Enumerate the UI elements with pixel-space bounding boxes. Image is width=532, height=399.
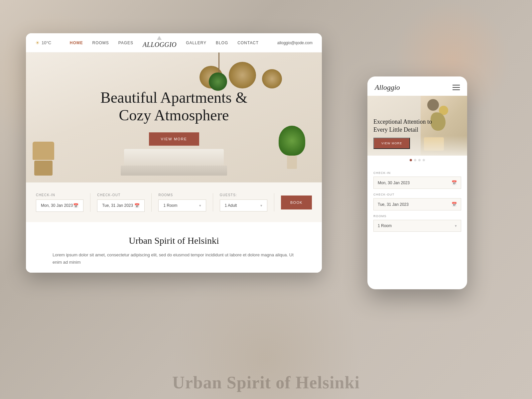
dot-2[interactable]	[414, 159, 416, 161]
checkin-label: CHECK-IN	[36, 193, 83, 197]
dot-3[interactable]	[418, 159, 421, 161]
hamburger-menu-button[interactable]	[453, 85, 460, 90]
mobile-hero-title: Exceptional Attention to Every Little De…	[373, 118, 461, 134]
hero-cta-button[interactable]: VIEW MORE	[149, 132, 199, 146]
hamburger-line-2	[453, 87, 460, 88]
checkin-value: Mon, 30 Jan 2023	[41, 203, 73, 208]
mobile-chevron-icon: ▾	[455, 224, 457, 228]
logo-triangle-icon	[157, 36, 162, 40]
mobile-rooms-select[interactable]: 1 Room ▾	[373, 220, 461, 232]
background-text: Urban Spirit of Helsinki	[0, 373, 532, 392]
carousel-dots	[367, 156, 467, 164]
checkout-value: Tue, 31 Jan 2023	[102, 203, 133, 208]
hanging-plant	[209, 53, 229, 91]
nav-home[interactable]: HOME	[70, 41, 83, 45]
topbar-email: alloggio@qode.com	[277, 41, 313, 45]
mobile-hero-cta-button[interactable]: VIEW MORE	[373, 138, 410, 149]
desktop-topbar: ☀ 10°C HOME ROOMS PAGES Alloggio GALLERY…	[26, 33, 322, 53]
hamburger-line-3	[453, 89, 460, 90]
mobile-booking-form: CHECK-IN Mon, 30 Jan 2023 📅 CHECK-OUT Tu…	[367, 164, 467, 235]
topbar-weather: ☀ 10°C	[35, 40, 51, 46]
nav-gallery[interactable]: GALLERY	[186, 41, 206, 45]
desktop-mockup: ☀ 10°C HOME ROOMS PAGES Alloggio GALLERY…	[26, 33, 322, 273]
desktop-body: Urban Spirit of Helsinki Lorem ipsum dol…	[26, 222, 322, 273]
mobile-hero-content: Exceptional Attention to Every Little De…	[373, 118, 461, 149]
hero-title-line1: Beautiful Apartments &	[100, 89, 247, 106]
mobile-calendar-icon-1: 📅	[452, 180, 457, 185]
guests-field: GUESTS: 1 Adult ▾	[213, 193, 274, 211]
dot-4[interactable]	[423, 159, 425, 161]
mobile-hero-title-line2: Every Little Detail	[373, 126, 418, 133]
temperature-display: 10°C	[42, 40, 51, 45]
mobile-rooms-value: 1 Room	[378, 223, 392, 228]
mobile-header: Alloggio	[367, 76, 467, 96]
mobile-rooms-label: ROOMS	[373, 214, 461, 218]
calendar-icon-checkin: 📅	[73, 203, 78, 208]
checkin-field: CHECK-IN Mon, 30 Jan 2023 📅	[36, 193, 90, 212]
mobile-logo[interactable]: Alloggio	[375, 83, 400, 92]
basket-icon-2	[229, 62, 256, 88]
floor-plant	[279, 126, 305, 169]
mobile-checkin-input[interactable]: Mon, 30 Jan 2023 📅	[373, 177, 461, 189]
sun-icon: ☀	[35, 40, 40, 46]
checkout-input[interactable]: Tue, 31 Jan 2023 📅	[97, 200, 145, 212]
rooms-label: ROOMS	[158, 193, 206, 197]
guests-select[interactable]: 1 Adult ▾	[220, 200, 267, 211]
hero-title: Beautiful Apartments & Cozy Atmosphere	[100, 89, 247, 124]
body-section-text: Lorem ipsum dolor sit amet, consectetur …	[53, 251, 295, 266]
chevron-down-icon-guests: ▾	[260, 203, 262, 208]
nav-contact[interactable]: CONTACT	[237, 41, 259, 45]
mobile-checkin-label: CHECK-IN	[373, 171, 461, 175]
mobile-mockup: Alloggio Exceptional Attention to Every …	[367, 76, 467, 289]
calendar-icon-checkout: 📅	[134, 203, 140, 208]
rooms-value: 1 Room	[163, 203, 177, 208]
logo-text: Alloggio	[143, 41, 177, 49]
dot-1[interactable]	[410, 159, 412, 161]
mobile-checkout-label: CHECK-OUT	[373, 193, 461, 196]
rooms-field: ROOMS 1 Room ▾	[152, 193, 213, 211]
hamburger-line-1	[453, 85, 460, 85]
rooms-select[interactable]: 1 Room ▾	[158, 200, 206, 211]
chevron-down-icon-rooms: ▾	[199, 203, 201, 208]
mobile-checkout-value: Tue, 31 Jan 2023	[378, 202, 409, 207]
mobile-checkin-value: Mon, 30 Jan 2023	[378, 181, 410, 185]
book-button[interactable]: BOOK	[281, 196, 312, 209]
basket-icon-3	[262, 69, 282, 88]
mobile-calendar-icon-2: 📅	[452, 202, 457, 207]
booking-bar: CHECK-IN Mon, 30 Jan 2023 📅 CHECK-OUT Tu…	[26, 182, 322, 222]
checkout-label: CHECK-OUT	[97, 193, 145, 197]
plant-rope	[218, 53, 219, 72]
nav-pages[interactable]: PAGES	[118, 41, 133, 45]
bed-decoration	[121, 149, 227, 182]
mobile-hero: Exceptional Attention to Every Little De…	[367, 96, 467, 156]
checkin-input[interactable]: Mon, 30 Jan 2023 📅	[36, 200, 83, 212]
guests-label: GUESTS:	[220, 193, 267, 197]
hero-title-line2: Cozy Atmosphere	[119, 107, 229, 124]
nav-blog[interactable]: BLOG	[216, 41, 228, 45]
checkout-field: CHECK-OUT Tue, 31 Jan 2023 📅	[90, 193, 152, 212]
body-section-title: Urban Spirit of Helsinki	[53, 235, 295, 246]
mobile-checkout-input[interactable]: Tue, 31 Jan 2023 📅	[373, 198, 461, 210]
desktop-nav: HOME ROOMS PAGES Alloggio GALLERY BLOG C…	[70, 37, 259, 49]
guests-value: 1 Adult	[225, 203, 237, 208]
chair-decoration	[33, 142, 54, 176]
desktop-hero: Beautiful Apartments & Cozy Atmosphere V…	[26, 53, 322, 182]
mobile-hero-title-line1: Exceptional Attention to	[373, 118, 432, 125]
nav-rooms[interactable]: ROOMS	[92, 41, 109, 45]
art-shape-1	[427, 99, 439, 111]
plant-leaves	[209, 72, 227, 91]
hero-content: Beautiful Apartments & Cozy Atmosphere V…	[100, 89, 247, 146]
desktop-logo[interactable]: Alloggio	[143, 37, 177, 49]
